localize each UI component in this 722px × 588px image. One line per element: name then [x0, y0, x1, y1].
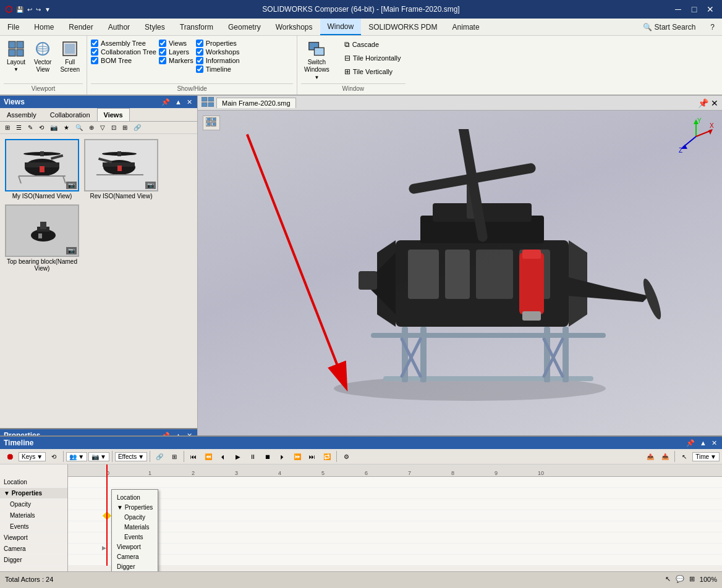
- menu-author[interactable]: Author: [101, 19, 137, 35]
- check-bom-tree[interactable]: BOM Tree: [91, 57, 156, 64]
- props-close-button[interactable]: ✕: [185, 432, 193, 436]
- views-tb-grid[interactable]: ⊞: [2, 123, 12, 132]
- tl-prev-frame-button[interactable]: ⏴: [216, 452, 230, 461]
- views-tb-star[interactable]: ★: [61, 123, 72, 132]
- tile-vertical-button[interactable]: ⊞ Tile Vertically: [340, 65, 406, 78]
- views-tb-more2[interactable]: ⊞: [120, 123, 130, 132]
- track-row-viewport[interactable]: [68, 532, 722, 544]
- views-tb-capture[interactable]: 📷: [48, 123, 60, 132]
- tl-end-button[interactable]: ⏭: [305, 452, 319, 461]
- tl-keys-dropdown[interactable]: Keys ▼: [19, 452, 46, 461]
- ribbon-vector-view-button[interactable]: VectorView: [31, 38, 54, 75]
- track-row-camera[interactable]: ▶: [68, 544, 722, 555]
- check-workshops[interactable]: Workshops: [196, 48, 240, 56]
- props-pin-button[interactable]: 📌: [160, 432, 171, 436]
- check-markers[interactable]: Markers: [159, 57, 193, 64]
- menu-geometry[interactable]: Geometry: [221, 19, 268, 35]
- check-properties-input[interactable]: [196, 40, 203, 47]
- tl-link-button[interactable]: 🔗: [153, 452, 166, 461]
- timeline-close-button[interactable]: ✕: [710, 439, 718, 447]
- tl-loop-button[interactable]: 🔁: [320, 452, 334, 461]
- check-views-input[interactable]: [159, 40, 166, 47]
- viewport-close-btn[interactable]: ✕: [711, 98, 718, 108]
- view-thumb-myiso[interactable]: 📷: [5, 139, 79, 191]
- vp-tb-grid[interactable]: [203, 116, 220, 130]
- check-timeline-input[interactable]: [196, 65, 203, 73]
- views-pin-button[interactable]: 📌: [160, 98, 171, 106]
- check-bom-tree-input[interactable]: [91, 57, 98, 64]
- quick-menu[interactable]: ▼: [45, 6, 51, 13]
- views-close-button[interactable]: ✕: [185, 98, 193, 106]
- tl-grid-button[interactable]: ⊞: [168, 452, 181, 461]
- views-tb-zoom-in[interactable]: 🔍: [73, 123, 85, 132]
- timeline-pin-button[interactable]: 📌: [685, 439, 696, 447]
- tl-next-frame-button[interactable]: ⏵: [276, 452, 289, 461]
- check-information-input[interactable]: [196, 57, 203, 64]
- check-properties[interactable]: Properties: [196, 40, 240, 47]
- views-tb-edit[interactable]: ✎: [25, 123, 35, 132]
- views-tb-more3[interactable]: 🔗: [131, 123, 143, 132]
- menu-help[interactable]: ?: [703, 19, 722, 35]
- tl-prev-button[interactable]: ⏪: [202, 452, 215, 461]
- tab-assembly[interactable]: Assembly: [0, 108, 43, 121]
- tl-effects-dropdown[interactable]: Effects ▼: [115, 452, 147, 461]
- check-assembly-tree-input[interactable]: [91, 40, 98, 47]
- menu-home[interactable]: Home: [27, 19, 61, 35]
- track-row-materials[interactable]: [68, 510, 722, 521]
- track-row-events[interactable]: [68, 521, 722, 532]
- check-layers[interactable]: Layers: [159, 48, 193, 56]
- check-layers-input[interactable]: [159, 48, 166, 56]
- props-float-button[interactable]: ▲: [174, 432, 183, 436]
- tl-time-dropdown[interactable]: Time ▼: [692, 452, 720, 461]
- timeline-ruler-area[interactable]: 0 1 2 3 4 5 6 7 8 9 10: [68, 464, 722, 571]
- menu-styles[interactable]: Styles: [137, 19, 172, 35]
- views-tb-refresh[interactable]: ⟲: [36, 123, 46, 132]
- view-thumb-reviso[interactable]: 📷: [84, 139, 158, 191]
- track-row-digger[interactable]: [68, 555, 722, 566]
- tl-next-button[interactable]: ⏩: [291, 452, 304, 461]
- track-row-properties[interactable]: [68, 488, 722, 499]
- menu-workshops[interactable]: Workshops: [268, 19, 320, 35]
- menu-file[interactable]: File: [0, 19, 27, 35]
- views-tb-add[interactable]: ⊕: [87, 123, 96, 132]
- tl-actors-dropdown[interactable]: 👥 ▼: [66, 452, 87, 461]
- view-item-reviso[interactable]: 📷 Rev ISO(Named View): [84, 139, 158, 200]
- tl-settings-button[interactable]: ⚙: [339, 452, 353, 461]
- tl-btn-2[interactable]: ⟲: [47, 452, 61, 461]
- track-row-location[interactable]: [68, 477, 722, 488]
- view-item-myiso[interactable]: 📷 My ISO(Named View): [5, 139, 79, 200]
- menu-render[interactable]: Render: [61, 19, 100, 35]
- views-float-button[interactable]: ▲: [174, 98, 183, 106]
- tl-start-button[interactable]: ⏮: [187, 452, 200, 461]
- views-tb-filter[interactable]: ▽: [98, 123, 108, 132]
- check-workshops-input[interactable]: [196, 48, 203, 56]
- views-content[interactable]: 📷 My ISO(Named View): [0, 134, 197, 428]
- menu-window[interactable]: Window: [320, 19, 362, 35]
- timeline-float-button[interactable]: ▲: [699, 439, 708, 447]
- view-thumb-topbearing[interactable]: 📷: [5, 204, 79, 257]
- maximize-button[interactable]: □: [687, 2, 701, 16]
- viewport-pin-button[interactable]: 📌: [698, 98, 708, 108]
- minimize-button[interactable]: ─: [671, 2, 685, 16]
- cascade-button[interactable]: ⧉ Cascade: [340, 38, 406, 51]
- tl-pause-button[interactable]: ⏸: [246, 452, 260, 461]
- tl-cursor-button[interactable]: ↖: [677, 452, 691, 461]
- switch-windows-button[interactable]: SwitchWindows ▼: [301, 38, 333, 82]
- check-collab-tree-input[interactable]: [91, 48, 98, 56]
- ribbon-layout-button[interactable]: Layout ▼: [4, 38, 28, 74]
- views-tb-list[interactable]: ☰: [14, 123, 24, 132]
- check-views[interactable]: Views: [159, 40, 193, 47]
- track-row-opacity[interactable]: [68, 499, 722, 510]
- tl-record-button[interactable]: ⏺: [2, 450, 17, 463]
- tl-play-button[interactable]: ▶: [231, 452, 245, 461]
- menu-search[interactable]: 🔍 Start Search: [635, 19, 703, 35]
- views-tb-more1[interactable]: ⊡: [109, 123, 119, 132]
- tl-import-button[interactable]: 📥: [658, 452, 672, 461]
- tl-camera-dropdown[interactable]: 📷 ▼: [88, 452, 109, 461]
- quick-save[interactable]: 💾: [16, 6, 23, 13]
- check-assembly-tree[interactable]: Assembly Tree: [91, 40, 156, 47]
- view-item-topbearing[interactable]: 📷 Top bearing block(Named View): [5, 204, 79, 272]
- close-button[interactable]: ✕: [703, 2, 717, 16]
- check-information[interactable]: Information: [196, 57, 240, 64]
- menu-transform[interactable]: Transform: [172, 19, 221, 35]
